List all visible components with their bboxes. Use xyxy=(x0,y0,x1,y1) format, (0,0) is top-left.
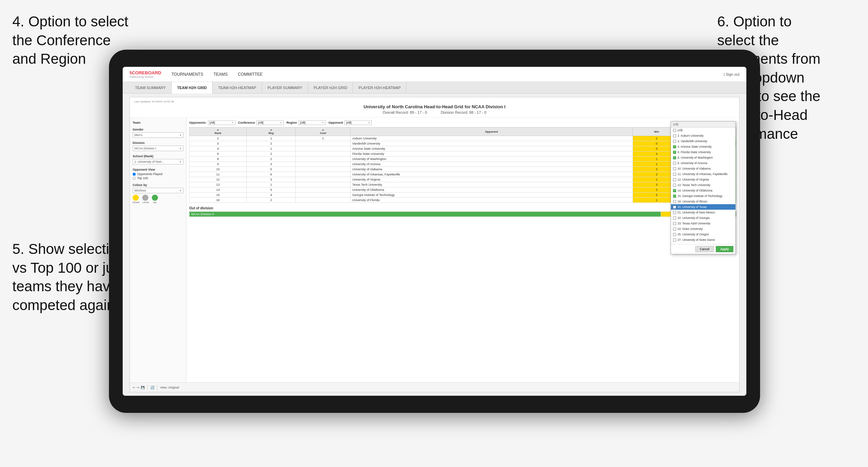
opponents-select[interactable]: (All) xyxy=(208,120,235,125)
nav-signout[interactable]: | Sign out xyxy=(724,72,739,76)
cell-reg: 2 xyxy=(247,141,296,146)
table-row: 6 2 Florida State University 4 2 xyxy=(190,151,736,157)
nav-teams[interactable]: TEAMS xyxy=(213,72,228,77)
colour-label: Colour by xyxy=(133,183,183,187)
apply-button[interactable]: Apply xyxy=(716,246,733,252)
cell-rank: 10 xyxy=(190,167,247,172)
subnav-team-heatmap[interactable]: TEAM H2H HEATMAP xyxy=(212,82,262,94)
checkbox[interactable] xyxy=(673,200,676,203)
dropdown-item[interactable]: (All) xyxy=(671,127,735,133)
table-row: 8 2 University of Washington 1 0 xyxy=(190,157,736,162)
top-100-option[interactable]: Top 100 xyxy=(133,176,183,180)
opponents-played-radio[interactable] xyxy=(133,173,136,176)
cell-reg: 2 xyxy=(247,151,296,157)
dropdown-item[interactable]: 10. University of Alabama xyxy=(671,166,735,171)
dropdown-item[interactable]: 24. Duke University xyxy=(671,226,735,232)
dropdown-item[interactable]: ✓8. University of Washington xyxy=(671,155,735,160)
dropdown-list[interactable]: (All)2. Auburn University3. Vanderbilt U… xyxy=(671,127,735,244)
checkbox[interactable] xyxy=(673,217,676,220)
dropdown-item[interactable]: 18. University of Illinois xyxy=(671,199,735,204)
cell-conf: 1 xyxy=(296,136,351,141)
toolbar-redo[interactable]: ↪ xyxy=(137,386,139,389)
checkbox[interactable] xyxy=(673,162,676,165)
subnav-h2h-grid[interactable]: TEAM H2H GRID xyxy=(172,82,213,94)
nav-tournaments[interactable]: TOURNAMENTS xyxy=(171,72,203,77)
dropdown-item[interactable]: 9. University of Arizona xyxy=(671,160,735,166)
checkbox[interactable] xyxy=(673,222,676,225)
dropdown-item[interactable]: ✓6. Florida State University xyxy=(671,149,735,155)
dropdown-item[interactable]: 25. University of Oregon xyxy=(671,232,735,237)
checkbox[interactable] xyxy=(673,211,676,214)
checkbox[interactable] xyxy=(673,178,676,181)
table-row: 2 1 1 Auburn University 2 1 xyxy=(190,136,736,141)
checkbox[interactable]: ✓ xyxy=(673,189,676,192)
checkbox[interactable] xyxy=(673,228,676,231)
nav-committee[interactable]: COMMITTEE xyxy=(238,72,262,77)
dropdown-item[interactable]: ✓15. Georgia Institute of Technology xyxy=(671,193,735,199)
dropdown-item[interactable]: 20. University of Texas xyxy=(671,204,735,210)
dropdown-item[interactable]: 22. University of Georgia xyxy=(671,215,735,221)
dropdown-item-label: 20. University of Texas xyxy=(677,205,707,209)
cell-reg: 2 xyxy=(247,198,296,203)
dropdown-item[interactable]: 23. Texas A&M University xyxy=(671,221,735,226)
subnav-player-h2h-grid[interactable]: PLAYER H2H GRID xyxy=(308,82,353,94)
checkbox[interactable] xyxy=(673,140,676,143)
gender-select[interactable]: Men's xyxy=(133,132,183,138)
cell-conf xyxy=(296,198,351,203)
out-label: Out of division xyxy=(189,206,736,210)
checkbox[interactable]: ✓ xyxy=(673,156,676,159)
school-select[interactable]: 1. University of Nort... xyxy=(133,159,183,164)
opponents-played-option[interactable]: Opponents Played xyxy=(133,172,183,176)
cell-reg: 3 xyxy=(247,162,296,167)
checkbox[interactable] xyxy=(673,238,676,242)
cell-rank: 3 xyxy=(190,141,247,146)
checkbox[interactable]: ✓ xyxy=(673,195,676,198)
dropdown-item[interactable]: 27. University of Notre Dame xyxy=(671,237,735,243)
division-select[interactable]: NCAA Division I xyxy=(133,146,183,151)
dropdown-item[interactable]: 2. Auburn University xyxy=(671,133,735,138)
nav-logo: 5COREBOARD Powered by School xyxy=(130,70,161,78)
checkbox[interactable] xyxy=(673,173,676,176)
dropdown-item[interactable]: ✓4. Arizona State University xyxy=(671,144,735,149)
checkbox[interactable] xyxy=(673,134,676,137)
colour-select[interactable]: Win/loss xyxy=(133,188,183,193)
dropdown-item[interactable]: 3. Vanderbilt University xyxy=(671,138,735,144)
opponent-dropdown[interactable]: (All) (All)2. Auburn University3. Vander… xyxy=(671,121,736,254)
dropdown-item[interactable]: 12. University of Virginia xyxy=(671,177,735,182)
checkbox[interactable] xyxy=(673,184,676,187)
dropdown-item-label: 28. The Ohio State University xyxy=(677,244,716,244)
dropdown-item-label: 10. University of Alabama xyxy=(677,167,710,170)
dropdown-item[interactable]: 21. University of New Mexico xyxy=(671,210,735,215)
subnav-team-summary[interactable]: TEAM SUMMARY xyxy=(130,82,172,94)
checkbox[interactable]: ✓ xyxy=(673,151,676,154)
colour-down xyxy=(133,195,139,201)
col-conf: #Conf xyxy=(296,127,351,136)
table-row: 15 4 Georgia Institute of Technology 5 0 xyxy=(190,193,736,198)
subnav-player-summary[interactable]: PLAYER SUMMARY xyxy=(262,82,308,94)
checkbox[interactable]: ✓ xyxy=(673,145,676,148)
top-100-radio[interactable] xyxy=(133,177,136,180)
checkbox[interactable] xyxy=(673,233,676,236)
checkbox[interactable] xyxy=(673,167,676,170)
opponent-select[interactable]: (All) xyxy=(344,120,372,125)
cell-opponent: University of Florida xyxy=(350,198,633,203)
cell-opponent: University of Washington xyxy=(350,157,633,162)
checkbox[interactable] xyxy=(673,129,676,132)
subnav-player-heatmap[interactable]: PLAYER H2H HEATMAP xyxy=(353,82,406,94)
dropdown-item-label: 2. Auburn University xyxy=(677,134,704,137)
cancel-button[interactable]: Cancel xyxy=(695,246,714,252)
toolbar-refresh[interactable]: 🔄 xyxy=(150,386,154,389)
toolbar-sep2 xyxy=(157,385,157,390)
region-select[interactable]: (All) xyxy=(298,120,326,125)
checkbox[interactable] xyxy=(673,206,676,209)
dropdown-item[interactable]: 13. Texas Tech University xyxy=(671,182,735,188)
dropdown-item[interactable]: ✓14. University of Oklahoma xyxy=(671,188,735,193)
toolbar-undo[interactable]: ↩ xyxy=(133,386,135,389)
table-row: 16 2 University of Florida 1 xyxy=(190,198,736,203)
cell-reg: 1 xyxy=(247,182,296,187)
checkbox[interactable] xyxy=(673,244,676,244)
dropdown-item-label: 25. University of Oregon xyxy=(677,233,709,236)
toolbar-save[interactable]: 💾 xyxy=(141,386,145,389)
conference-select[interactable]: (All) xyxy=(256,120,284,125)
dropdown-item[interactable]: 11. University of Arkansas, Fayetteville xyxy=(671,171,735,177)
